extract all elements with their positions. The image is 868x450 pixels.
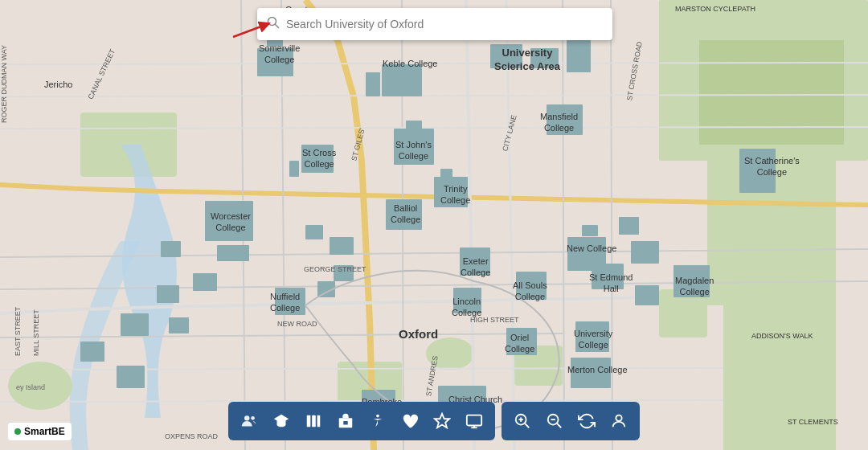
- svg-marker-84: [435, 414, 449, 428]
- screen-button[interactable]: [460, 407, 489, 436]
- svg-rect-26: [366, 72, 380, 96]
- svg-rect-27: [490, 44, 522, 68]
- svg-rect-63: [619, 217, 639, 235]
- svg-rect-2: [699, 40, 844, 145]
- svg-rect-58: [330, 237, 354, 255]
- smartbe-logo: SmartBE: [8, 423, 72, 440]
- svg-rect-62: [635, 285, 659, 305]
- svg-rect-64: [121, 313, 149, 336]
- svg-rect-55: [157, 285, 179, 303]
- svg-rect-68: [739, 149, 776, 193]
- svg-rect-32: [217, 245, 249, 261]
- svg-rect-4: [723, 297, 836, 450]
- svg-rect-65: [80, 342, 104, 362]
- map-svg: ey Island: [0, 0, 868, 450]
- smartbe-dot: [14, 428, 21, 435]
- svg-rect-61: [631, 241, 659, 264]
- svg-point-75: [244, 415, 249, 420]
- accessibility-button[interactable]: [363, 407, 392, 436]
- svg-rect-38: [434, 177, 468, 207]
- svg-rect-56: [169, 317, 189, 333]
- svg-rect-46: [275, 288, 305, 315]
- svg-rect-82: [343, 421, 348, 425]
- svg-rect-34: [289, 161, 299, 177]
- svg-rect-85: [467, 415, 481, 426]
- svg-text:ey Island: ey Island: [16, 383, 45, 391]
- search-input[interactable]: [286, 18, 603, 31]
- svg-point-95: [616, 415, 621, 421]
- svg-rect-79: [312, 415, 316, 428]
- svg-rect-53: [161, 241, 181, 257]
- svg-rect-42: [582, 225, 598, 236]
- svg-line-74: [276, 25, 279, 28]
- refresh-button[interactable]: [572, 407, 601, 436]
- book-button[interactable]: [299, 407, 328, 436]
- svg-rect-29: [567, 40, 591, 72]
- svg-rect-43: [453, 288, 481, 313]
- svg-point-83: [376, 415, 379, 418]
- user-button[interactable]: [604, 407, 633, 436]
- heart-button[interactable]: [395, 407, 424, 436]
- graduation-button[interactable]: [267, 407, 296, 436]
- search-bar[interactable]: [257, 8, 612, 40]
- svg-rect-28: [530, 48, 559, 68]
- svg-rect-44: [516, 272, 547, 300]
- people-button[interactable]: [235, 407, 264, 436]
- toolbar-group-right: [502, 402, 640, 440]
- map-container: ey Island Quarter Jericho SomervilleColl…: [0, 0, 868, 450]
- toolbar-group-left: [228, 402, 495, 440]
- smartbe-label: SmartBE: [24, 426, 65, 437]
- svg-rect-50: [571, 358, 611, 388]
- svg-rect-54: [193, 273, 217, 291]
- svg-line-93: [557, 423, 561, 428]
- svg-rect-80: [317, 415, 321, 428]
- svg-rect-39: [440, 169, 452, 178]
- svg-rect-33: [301, 145, 334, 173]
- svg-rect-48: [575, 321, 609, 352]
- svg-rect-59: [334, 265, 354, 281]
- svg-line-89: [525, 423, 529, 428]
- zoom-out-button[interactable]: [540, 407, 569, 436]
- svg-rect-57: [305, 225, 323, 239]
- search-icon: [267, 16, 280, 32]
- svg-point-76: [251, 416, 255, 420]
- svg-rect-78: [307, 415, 311, 428]
- svg-rect-49: [506, 328, 537, 355]
- svg-rect-36: [406, 121, 422, 130]
- svg-rect-47: [674, 265, 710, 297]
- svg-rect-40: [460, 248, 490, 276]
- svg-rect-37: [386, 199, 422, 230]
- svg-point-8: [426, 338, 474, 370]
- bottom-toolbar: [228, 402, 640, 440]
- location-button[interactable]: [428, 407, 457, 436]
- svg-rect-35: [394, 129, 434, 165]
- svg-rect-25: [382, 64, 422, 96]
- svg-rect-31: [205, 201, 253, 241]
- zoom-in-button[interactable]: [508, 407, 537, 436]
- svg-rect-30: [547, 104, 583, 135]
- svg-rect-66: [117, 366, 145, 388]
- building-button[interactable]: [331, 407, 360, 436]
- svg-rect-45: [592, 264, 624, 289]
- svg-rect-23: [257, 48, 293, 76]
